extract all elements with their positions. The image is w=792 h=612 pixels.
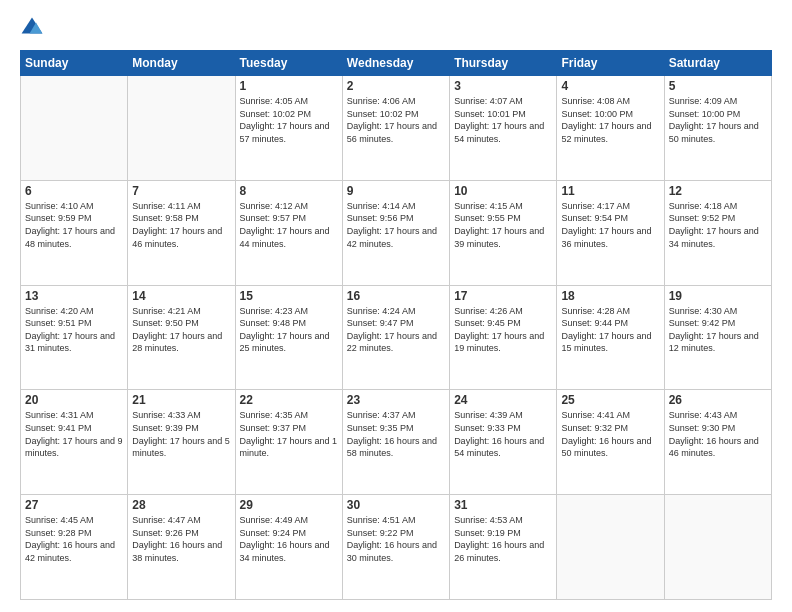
calendar-cell: 7Sunrise: 4:11 AMSunset: 9:58 PMDaylight… bbox=[128, 180, 235, 285]
day-header-tuesday: Tuesday bbox=[235, 51, 342, 76]
calendar-cell: 27Sunrise: 4:45 AMSunset: 9:28 PMDayligh… bbox=[21, 495, 128, 600]
day-info: Sunrise: 4:28 AMSunset: 9:44 PMDaylight:… bbox=[561, 305, 659, 355]
day-info: Sunrise: 4:33 AMSunset: 9:39 PMDaylight:… bbox=[132, 409, 230, 459]
day-info: Sunrise: 4:35 AMSunset: 9:37 PMDaylight:… bbox=[240, 409, 338, 459]
calendar-cell: 2Sunrise: 4:06 AMSunset: 10:02 PMDayligh… bbox=[342, 76, 449, 181]
day-number: 21 bbox=[132, 393, 230, 407]
calendar-cell: 26Sunrise: 4:43 AMSunset: 9:30 PMDayligh… bbox=[664, 390, 771, 495]
day-info: Sunrise: 4:26 AMSunset: 9:45 PMDaylight:… bbox=[454, 305, 552, 355]
page: SundayMondayTuesdayWednesdayThursdayFrid… bbox=[0, 0, 792, 612]
day-info: Sunrise: 4:43 AMSunset: 9:30 PMDaylight:… bbox=[669, 409, 767, 459]
calendar-cell: 23Sunrise: 4:37 AMSunset: 9:35 PMDayligh… bbox=[342, 390, 449, 495]
calendar-cell: 17Sunrise: 4:26 AMSunset: 9:45 PMDayligh… bbox=[450, 285, 557, 390]
day-number: 20 bbox=[25, 393, 123, 407]
day-info: Sunrise: 4:53 AMSunset: 9:19 PMDaylight:… bbox=[454, 514, 552, 564]
calendar-cell: 6Sunrise: 4:10 AMSunset: 9:59 PMDaylight… bbox=[21, 180, 128, 285]
day-info: Sunrise: 4:47 AMSunset: 9:26 PMDaylight:… bbox=[132, 514, 230, 564]
day-header-thursday: Thursday bbox=[450, 51, 557, 76]
day-info: Sunrise: 4:37 AMSunset: 9:35 PMDaylight:… bbox=[347, 409, 445, 459]
day-info: Sunrise: 4:09 AMSunset: 10:00 PMDaylight… bbox=[669, 95, 767, 145]
calendar-week-row: 13Sunrise: 4:20 AMSunset: 9:51 PMDayligh… bbox=[21, 285, 772, 390]
day-number: 10 bbox=[454, 184, 552, 198]
calendar-cell: 22Sunrise: 4:35 AMSunset: 9:37 PMDayligh… bbox=[235, 390, 342, 495]
day-info: Sunrise: 4:10 AMSunset: 9:59 PMDaylight:… bbox=[25, 200, 123, 250]
day-number: 28 bbox=[132, 498, 230, 512]
calendar-cell: 24Sunrise: 4:39 AMSunset: 9:33 PMDayligh… bbox=[450, 390, 557, 495]
day-number: 16 bbox=[347, 289, 445, 303]
day-info: Sunrise: 4:45 AMSunset: 9:28 PMDaylight:… bbox=[25, 514, 123, 564]
calendar-cell: 12Sunrise: 4:18 AMSunset: 9:52 PMDayligh… bbox=[664, 180, 771, 285]
calendar-cell: 8Sunrise: 4:12 AMSunset: 9:57 PMDaylight… bbox=[235, 180, 342, 285]
day-number: 5 bbox=[669, 79, 767, 93]
day-info: Sunrise: 4:49 AMSunset: 9:24 PMDaylight:… bbox=[240, 514, 338, 564]
day-number: 15 bbox=[240, 289, 338, 303]
day-info: Sunrise: 4:17 AMSunset: 9:54 PMDaylight:… bbox=[561, 200, 659, 250]
calendar-cell: 30Sunrise: 4:51 AMSunset: 9:22 PMDayligh… bbox=[342, 495, 449, 600]
calendar-cell: 16Sunrise: 4:24 AMSunset: 9:47 PMDayligh… bbox=[342, 285, 449, 390]
day-number: 27 bbox=[25, 498, 123, 512]
day-number: 19 bbox=[669, 289, 767, 303]
day-info: Sunrise: 4:08 AMSunset: 10:00 PMDaylight… bbox=[561, 95, 659, 145]
day-info: Sunrise: 4:39 AMSunset: 9:33 PMDaylight:… bbox=[454, 409, 552, 459]
day-number: 1 bbox=[240, 79, 338, 93]
calendar-week-row: 1Sunrise: 4:05 AMSunset: 10:02 PMDayligh… bbox=[21, 76, 772, 181]
calendar-cell: 19Sunrise: 4:30 AMSunset: 9:42 PMDayligh… bbox=[664, 285, 771, 390]
day-info: Sunrise: 4:23 AMSunset: 9:48 PMDaylight:… bbox=[240, 305, 338, 355]
day-info: Sunrise: 4:51 AMSunset: 9:22 PMDaylight:… bbox=[347, 514, 445, 564]
calendar-header-row: SundayMondayTuesdayWednesdayThursdayFrid… bbox=[21, 51, 772, 76]
day-number: 13 bbox=[25, 289, 123, 303]
calendar-cell: 5Sunrise: 4:09 AMSunset: 10:00 PMDayligh… bbox=[664, 76, 771, 181]
day-info: Sunrise: 4:12 AMSunset: 9:57 PMDaylight:… bbox=[240, 200, 338, 250]
calendar-cell: 9Sunrise: 4:14 AMSunset: 9:56 PMDaylight… bbox=[342, 180, 449, 285]
calendar-cell: 1Sunrise: 4:05 AMSunset: 10:02 PMDayligh… bbox=[235, 76, 342, 181]
calendar-cell bbox=[128, 76, 235, 181]
calendar-week-row: 20Sunrise: 4:31 AMSunset: 9:41 PMDayligh… bbox=[21, 390, 772, 495]
calendar-table: SundayMondayTuesdayWednesdayThursdayFrid… bbox=[20, 50, 772, 600]
calendar-cell: 29Sunrise: 4:49 AMSunset: 9:24 PMDayligh… bbox=[235, 495, 342, 600]
day-number: 7 bbox=[132, 184, 230, 198]
logo-icon bbox=[20, 16, 44, 40]
day-info: Sunrise: 4:06 AMSunset: 10:02 PMDaylight… bbox=[347, 95, 445, 145]
calendar-cell: 20Sunrise: 4:31 AMSunset: 9:41 PMDayligh… bbox=[21, 390, 128, 495]
day-info: Sunrise: 4:15 AMSunset: 9:55 PMDaylight:… bbox=[454, 200, 552, 250]
day-number: 4 bbox=[561, 79, 659, 93]
calendar-cell: 18Sunrise: 4:28 AMSunset: 9:44 PMDayligh… bbox=[557, 285, 664, 390]
day-number: 22 bbox=[240, 393, 338, 407]
day-info: Sunrise: 4:21 AMSunset: 9:50 PMDaylight:… bbox=[132, 305, 230, 355]
day-number: 6 bbox=[25, 184, 123, 198]
calendar-cell: 21Sunrise: 4:33 AMSunset: 9:39 PMDayligh… bbox=[128, 390, 235, 495]
day-info: Sunrise: 4:24 AMSunset: 9:47 PMDaylight:… bbox=[347, 305, 445, 355]
day-info: Sunrise: 4:07 AMSunset: 10:01 PMDaylight… bbox=[454, 95, 552, 145]
day-number: 26 bbox=[669, 393, 767, 407]
day-number: 2 bbox=[347, 79, 445, 93]
day-number: 29 bbox=[240, 498, 338, 512]
calendar-cell bbox=[664, 495, 771, 600]
calendar-cell bbox=[557, 495, 664, 600]
day-header-friday: Friday bbox=[557, 51, 664, 76]
day-number: 11 bbox=[561, 184, 659, 198]
calendar-cell: 15Sunrise: 4:23 AMSunset: 9:48 PMDayligh… bbox=[235, 285, 342, 390]
day-number: 25 bbox=[561, 393, 659, 407]
day-header-wednesday: Wednesday bbox=[342, 51, 449, 76]
day-number: 23 bbox=[347, 393, 445, 407]
calendar-cell: 4Sunrise: 4:08 AMSunset: 10:00 PMDayligh… bbox=[557, 76, 664, 181]
logo bbox=[20, 16, 48, 40]
day-number: 8 bbox=[240, 184, 338, 198]
calendar-cell: 25Sunrise: 4:41 AMSunset: 9:32 PMDayligh… bbox=[557, 390, 664, 495]
calendar-cell: 13Sunrise: 4:20 AMSunset: 9:51 PMDayligh… bbox=[21, 285, 128, 390]
calendar-cell bbox=[21, 76, 128, 181]
day-number: 17 bbox=[454, 289, 552, 303]
calendar-cell: 10Sunrise: 4:15 AMSunset: 9:55 PMDayligh… bbox=[450, 180, 557, 285]
day-number: 14 bbox=[132, 289, 230, 303]
calendar-week-row: 27Sunrise: 4:45 AMSunset: 9:28 PMDayligh… bbox=[21, 495, 772, 600]
day-number: 30 bbox=[347, 498, 445, 512]
day-number: 18 bbox=[561, 289, 659, 303]
day-number: 3 bbox=[454, 79, 552, 93]
calendar-cell: 3Sunrise: 4:07 AMSunset: 10:01 PMDayligh… bbox=[450, 76, 557, 181]
calendar-cell: 14Sunrise: 4:21 AMSunset: 9:50 PMDayligh… bbox=[128, 285, 235, 390]
day-info: Sunrise: 4:18 AMSunset: 9:52 PMDaylight:… bbox=[669, 200, 767, 250]
day-info: Sunrise: 4:30 AMSunset: 9:42 PMDaylight:… bbox=[669, 305, 767, 355]
day-info: Sunrise: 4:20 AMSunset: 9:51 PMDaylight:… bbox=[25, 305, 123, 355]
day-number: 12 bbox=[669, 184, 767, 198]
calendar-cell: 31Sunrise: 4:53 AMSunset: 9:19 PMDayligh… bbox=[450, 495, 557, 600]
